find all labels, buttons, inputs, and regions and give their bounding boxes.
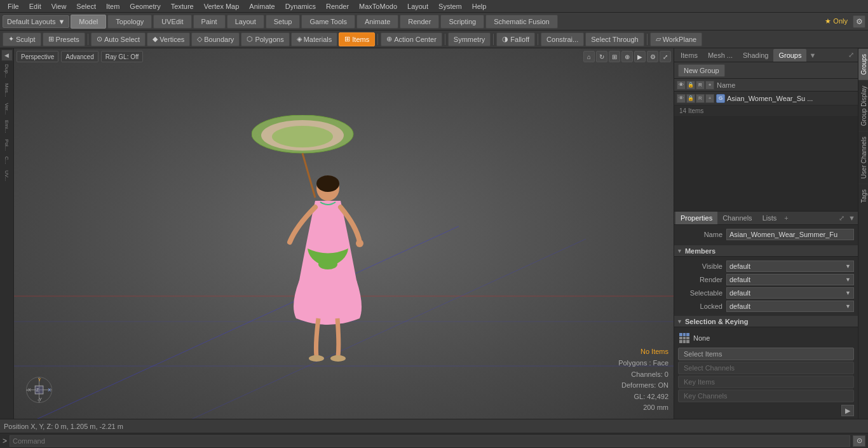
menu-system[interactable]: System [433,0,467,12]
command-submit-button[interactable]: ⊙ [853,435,865,447]
advanced-button[interactable]: Advanced [61,51,98,62]
falloff-button[interactable]: ◑ Falloff [496,32,535,46]
zoom-icon[interactable]: ⊕ [621,51,633,62]
menu-help[interactable]: Help [467,0,492,12]
group-extra-icon[interactable]: + [705,94,714,103]
rotate-icon[interactable]: ↻ [596,51,607,62]
layout-dropdown[interactable]: Default Layouts ▼ [3,15,69,28]
left-expand-btn[interactable]: ◀ [1,50,13,61]
tab-paint[interactable]: Paint [193,15,226,29]
menu-layout[interactable]: Layout [402,0,433,12]
constraints-button[interactable]: Constrai... [541,32,584,46]
settings-icon[interactable]: ⚙ [647,51,658,62]
items-button[interactable]: ⊞ Items [339,32,375,46]
menu-geometry[interactable]: Geometry [125,0,165,12]
menu-vertex-map[interactable]: Vertex Map [199,0,245,12]
props-expand-icon[interactable]: ⤢ [837,214,846,222]
menu-render[interactable]: Render [321,0,354,12]
left-label-ver[interactable]: Ver... [3,100,11,117]
props-tab-channels[interactable]: Channels [717,212,757,224]
tab-animate[interactable]: Animate [356,15,398,29]
lock-icon[interactable]: 🔒 [686,81,695,90]
tab-scripting[interactable]: Scripting [440,15,484,29]
vert-tab-group-display[interactable]: Group Display [858,80,868,131]
menu-edit[interactable]: Edit [24,0,46,12]
props-tab-properties[interactable]: Properties [675,212,717,224]
group-eye-icon[interactable]: 👁 [677,94,686,103]
settings-button[interactable]: ⚙ [853,15,865,28]
group-row[interactable]: 👁 🔒 R + G Asian_Women_Wear_Su ... [674,92,858,105]
add-props-tab-button[interactable]: + [782,214,790,222]
visible-dropdown[interactable]: default ▼ [726,261,854,272]
group-render-icon[interactable]: R [696,94,705,103]
menu-file[interactable]: File [3,0,24,12]
home-icon[interactable]: ⌂ [583,51,595,62]
polygons-button[interactable]: ⬡ Polygons [241,32,289,46]
tab-shading[interactable]: Shading [738,49,773,62]
fit-icon[interactable]: ⊞ [609,51,620,62]
tab-mesh[interactable]: Mesh ... [703,49,738,62]
name-input[interactable] [726,229,854,240]
tab-render[interactable]: Render [400,15,439,29]
render-col-icon[interactable]: R [696,81,705,90]
tab-topology[interactable]: Topology [107,15,152,29]
eye-icon[interactable]: 👁 [677,81,686,90]
extra-col-icon[interactable]: + [705,81,714,90]
new-group-button[interactable]: New Group [678,64,725,77]
props-tab-lists[interactable]: Lists [757,212,782,224]
menu-maxtomodo[interactable]: MaxToModo [354,0,402,12]
command-arrow-icon[interactable]: > [3,437,7,445]
command-input[interactable] [10,435,850,447]
props-collapse-icon[interactable]: ▼ [847,214,857,222]
menu-item[interactable]: Item [101,0,125,12]
action-center-button[interactable]: ⊕ Action Center [381,32,442,46]
group-lock-icon[interactable]: 🔒 [686,94,695,103]
tab-setup[interactable]: Setup [266,15,301,29]
vert-tab-groups[interactable]: Groups [858,48,868,80]
left-label-c[interactable]: C... [3,154,11,166]
sculpt-button[interactable]: ✦ Sculpt [3,32,41,46]
tab-items[interactable]: Items [675,49,703,62]
tab-uvedit[interactable]: UVEdit [153,15,191,29]
workplane-button[interactable]: ▱ WorkPlane [650,32,703,46]
menu-texture[interactable]: Texture [166,0,199,12]
tab-model[interactable]: Model [71,15,106,29]
select-through-button[interactable]: Select Through [585,32,644,46]
tab-groups[interactable]: Groups [773,49,806,62]
left-label-emi[interactable]: Emi... [3,118,11,135]
arrow-right-button[interactable]: ▶ [841,405,854,416]
key-items-button[interactable]: Key Items [678,376,854,388]
tab-game-tools[interactable]: Game Tools [301,15,355,29]
perspective-button[interactable]: Perspective [17,51,58,62]
more-tabs-button[interactable]: ▼ [806,51,818,59]
menu-view[interactable]: View [46,0,72,12]
vertices-button[interactable]: ◆ Vertices [147,32,190,46]
key-channels-button[interactable]: Key Channels [678,390,854,402]
left-label-mes[interactable]: Mes... [3,81,11,100]
selectable-dropdown[interactable]: default ▼ [726,287,854,299]
boundary-button[interactable]: ◇ Boundary [191,32,240,46]
locked-dropdown[interactable]: default ▼ [726,301,854,312]
menu-dynamics[interactable]: Dynamics [280,0,321,12]
select-items-button[interactable]: Select Items [678,348,854,360]
left-label-dup[interactable]: Dup... [3,62,11,80]
viewport[interactable]: Perspective Advanced Ray GL: Off ⌂ ↻ ⊞ ⊕… [14,48,674,419]
left-label-pol[interactable]: Pol... [3,137,11,153]
materials-button[interactable]: ◈ Materials [291,32,338,46]
left-label-uv[interactable]: UV... [3,168,11,184]
tab-layout[interactable]: Layout [227,15,264,29]
menu-select[interactable]: Select [71,0,101,12]
maximize-icon[interactable]: ⤢ [660,51,671,62]
symmetry-button[interactable]: Symmetry [448,32,491,46]
menu-animate[interactable]: Animate [244,0,280,12]
render-icon[interactable]: ▶ [634,51,646,62]
vert-tab-user-channels[interactable]: User Channels [858,131,868,184]
presets-button[interactable]: ⊞ Presets [43,32,85,46]
vert-tab-tags[interactable]: Tags [858,184,868,208]
tab-schematic-fusion[interactable]: Schematic Fusion [485,15,557,29]
select-channels-button[interactable]: Select Channels [678,362,854,374]
render-dropdown[interactable]: default ▼ [726,274,854,285]
expand-panel-button[interactable]: ⤢ [846,51,857,59]
ray-gl-button[interactable]: Ray GL: Off [101,51,144,62]
auto-select-button[interactable]: ⊙ Auto Select [91,32,146,46]
